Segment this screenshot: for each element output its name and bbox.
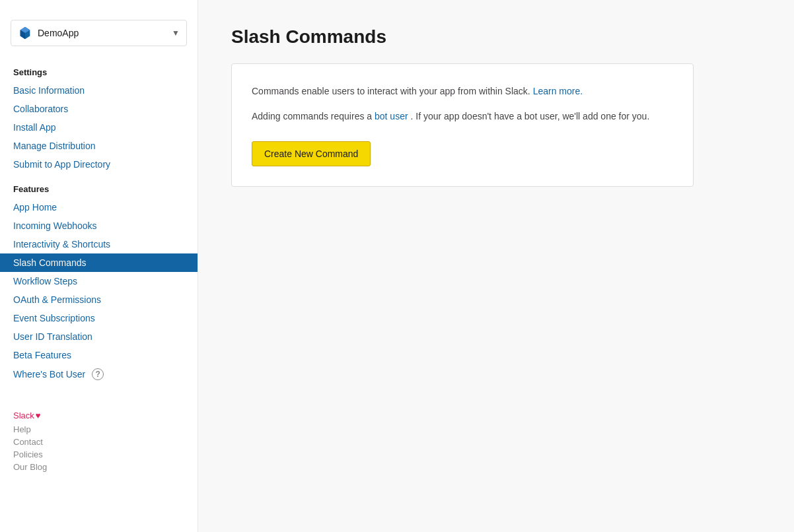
sidebar-item-event-subscriptions[interactable]: Event Subscriptions xyxy=(0,309,198,327)
bot-user-link[interactable]: bot user xyxy=(375,111,408,121)
sidebar-item-incoming-webhooks[interactable]: Incoming Webhooks xyxy=(0,216,198,235)
sidebar-item-app-home[interactable]: App Home xyxy=(0,198,198,216)
content-card: Commands enable users to interact with y… xyxy=(231,63,694,187)
footer-link-policies[interactable]: Policies xyxy=(13,449,184,459)
sidebar-item-submit-to-app-directory[interactable]: Submit to App Directory xyxy=(0,155,198,174)
settings-section-label: Settings xyxy=(0,62,198,81)
sidebar-item-beta-features[interactable]: Beta Features xyxy=(0,346,198,364)
learn-more-link[interactable]: Learn more. xyxy=(533,86,583,96)
app-layout: DemoApp ▼ Settings Basic Information Col… xyxy=(0,0,794,532)
sidebar-item-collaborators[interactable]: Collaborators xyxy=(0,100,198,118)
create-new-command-button[interactable]: Create New Command xyxy=(252,141,371,166)
slack-footer-label: Slack♥ xyxy=(13,411,184,420)
sidebar-item-slash-commands[interactable]: Slash Commands xyxy=(0,253,198,272)
sidebar-item-wheres-bot-user[interactable]: Where's Bot User ? xyxy=(0,364,198,384)
footer-link-help[interactable]: Help xyxy=(13,424,184,434)
page-title: Slash Commands xyxy=(231,26,761,48)
question-icon: ? xyxy=(92,368,104,380)
heart-icon: ♥ xyxy=(36,411,41,420)
sidebar-item-install-app[interactable]: Install App xyxy=(0,118,198,137)
sidebar-item-workflow-steps[interactable]: Workflow Steps xyxy=(0,272,198,290)
sidebar-item-basic-information[interactable]: Basic Information xyxy=(0,81,198,100)
app-name: DemoApp xyxy=(38,28,166,38)
card-description-line2: Adding commands requires a bot user . If… xyxy=(252,109,673,123)
footer-link-contact[interactable]: Contact xyxy=(13,437,184,447)
sidebar-item-oauth-permissions[interactable]: OAuth & Permissions xyxy=(0,290,198,309)
app-icon xyxy=(18,26,32,40)
footer-link-our-blog[interactable]: Our Blog xyxy=(13,462,184,472)
sidebar-item-manage-distribution[interactable]: Manage Distribution xyxy=(0,137,198,155)
app-selector[interactable]: DemoApp ▼ xyxy=(11,20,187,46)
sidebar-item-interactivity-shortcuts[interactable]: Interactivity & Shortcuts xyxy=(0,235,198,253)
main-content: Slash Commands Commands enable users to … xyxy=(198,0,794,532)
features-section-label: Features xyxy=(0,179,198,198)
sidebar-footer: Slack♥ Help Contact Policies Our Blog xyxy=(0,411,198,472)
card-description-line1: Commands enable users to interact with y… xyxy=(252,84,673,98)
sidebar: DemoApp ▼ Settings Basic Information Col… xyxy=(0,0,198,532)
chevron-down-icon: ▼ xyxy=(172,28,180,38)
sidebar-item-user-id-translation[interactable]: User ID Translation xyxy=(0,327,198,346)
